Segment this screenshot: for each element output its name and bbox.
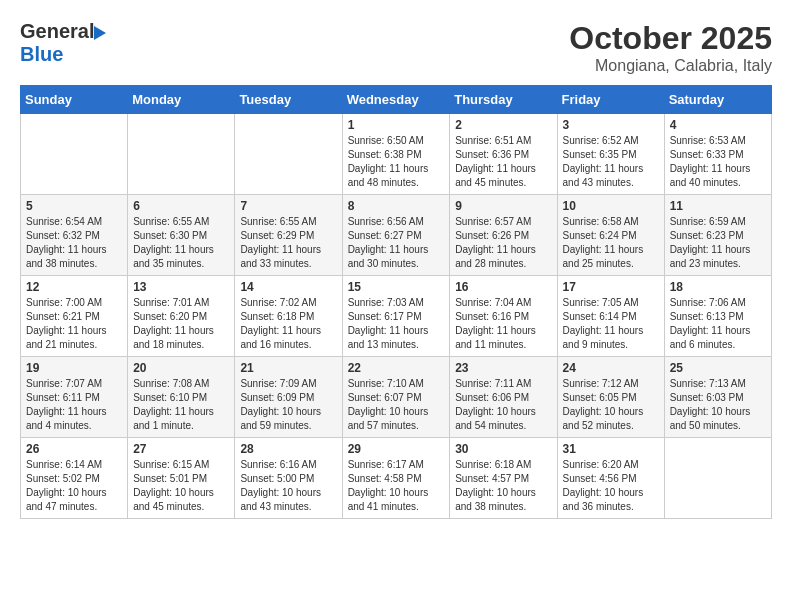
day-header-monday: Monday <box>128 86 235 114</box>
calendar-cell: 14Sunrise: 7:02 AM Sunset: 6:18 PM Dayli… <box>235 276 342 357</box>
calendar-week-row: 12Sunrise: 7:00 AM Sunset: 6:21 PM Dayli… <box>21 276 772 357</box>
logo-blue-text: Blue <box>20 43 63 66</box>
day-number: 14 <box>240 280 336 294</box>
calendar-cell: 27Sunrise: 6:15 AM Sunset: 5:01 PM Dayli… <box>128 438 235 519</box>
calendar-table: SundayMondayTuesdayWednesdayThursdayFrid… <box>20 85 772 519</box>
calendar-cell: 28Sunrise: 6:16 AM Sunset: 5:00 PM Dayli… <box>235 438 342 519</box>
day-info: Sunrise: 6:14 AM Sunset: 5:02 PM Dayligh… <box>26 458 122 514</box>
calendar-cell: 26Sunrise: 6:14 AM Sunset: 5:02 PM Dayli… <box>21 438 128 519</box>
logo: General Blue <box>20 20 106 66</box>
day-number: 12 <box>26 280 122 294</box>
day-info: Sunrise: 7:13 AM Sunset: 6:03 PM Dayligh… <box>670 377 766 433</box>
calendar-cell: 22Sunrise: 7:10 AM Sunset: 6:07 PM Dayli… <box>342 357 450 438</box>
day-number: 4 <box>670 118 766 132</box>
calendar-week-row: 26Sunrise: 6:14 AM Sunset: 5:02 PM Dayli… <box>21 438 772 519</box>
calendar-subtitle: Mongiana, Calabria, Italy <box>569 57 772 75</box>
calendar-cell: 9Sunrise: 6:57 AM Sunset: 6:26 PM Daylig… <box>450 195 557 276</box>
day-info: Sunrise: 7:05 AM Sunset: 6:14 PM Dayligh… <box>563 296 659 352</box>
calendar-cell: 11Sunrise: 6:59 AM Sunset: 6:23 PM Dayli… <box>664 195 771 276</box>
day-header-tuesday: Tuesday <box>235 86 342 114</box>
day-number: 1 <box>348 118 445 132</box>
calendar-week-row: 19Sunrise: 7:07 AM Sunset: 6:11 PM Dayli… <box>21 357 772 438</box>
calendar-title: October 2025 <box>569 20 772 57</box>
calendar-week-row: 5Sunrise: 6:54 AM Sunset: 6:32 PM Daylig… <box>21 195 772 276</box>
day-info: Sunrise: 7:04 AM Sunset: 6:16 PM Dayligh… <box>455 296 551 352</box>
day-info: Sunrise: 7:03 AM Sunset: 6:17 PM Dayligh… <box>348 296 445 352</box>
day-info: Sunrise: 7:12 AM Sunset: 6:05 PM Dayligh… <box>563 377 659 433</box>
day-info: Sunrise: 6:54 AM Sunset: 6:32 PM Dayligh… <box>26 215 122 271</box>
calendar-cell: 20Sunrise: 7:08 AM Sunset: 6:10 PM Dayli… <box>128 357 235 438</box>
day-number: 20 <box>133 361 229 375</box>
calendar-cell: 24Sunrise: 7:12 AM Sunset: 6:05 PM Dayli… <box>557 357 664 438</box>
logo-arrow-icon <box>94 26 106 40</box>
day-info: Sunrise: 6:17 AM Sunset: 4:58 PM Dayligh… <box>348 458 445 514</box>
day-info: Sunrise: 6:15 AM Sunset: 5:01 PM Dayligh… <box>133 458 229 514</box>
day-number: 5 <box>26 199 122 213</box>
day-info: Sunrise: 6:16 AM Sunset: 5:00 PM Dayligh… <box>240 458 336 514</box>
page-header: General Blue October 2025 Mongiana, Cala… <box>20 20 772 75</box>
day-info: Sunrise: 6:55 AM Sunset: 6:29 PM Dayligh… <box>240 215 336 271</box>
day-info: Sunrise: 7:00 AM Sunset: 6:21 PM Dayligh… <box>26 296 122 352</box>
calendar-cell: 31Sunrise: 6:20 AM Sunset: 4:56 PM Dayli… <box>557 438 664 519</box>
day-number: 23 <box>455 361 551 375</box>
day-info: Sunrise: 7:09 AM Sunset: 6:09 PM Dayligh… <box>240 377 336 433</box>
day-info: Sunrise: 7:08 AM Sunset: 6:10 PM Dayligh… <box>133 377 229 433</box>
day-info: Sunrise: 7:06 AM Sunset: 6:13 PM Dayligh… <box>670 296 766 352</box>
calendar-cell: 8Sunrise: 6:56 AM Sunset: 6:27 PM Daylig… <box>342 195 450 276</box>
day-number: 7 <box>240 199 336 213</box>
day-info: Sunrise: 6:56 AM Sunset: 6:27 PM Dayligh… <box>348 215 445 271</box>
calendar-cell: 15Sunrise: 7:03 AM Sunset: 6:17 PM Dayli… <box>342 276 450 357</box>
day-info: Sunrise: 6:55 AM Sunset: 6:30 PM Dayligh… <box>133 215 229 271</box>
calendar-cell: 13Sunrise: 7:01 AM Sunset: 6:20 PM Dayli… <box>128 276 235 357</box>
day-number: 24 <box>563 361 659 375</box>
day-info: Sunrise: 7:01 AM Sunset: 6:20 PM Dayligh… <box>133 296 229 352</box>
calendar-cell <box>128 114 235 195</box>
calendar-cell: 16Sunrise: 7:04 AM Sunset: 6:16 PM Dayli… <box>450 276 557 357</box>
day-number: 6 <box>133 199 229 213</box>
calendar-cell: 18Sunrise: 7:06 AM Sunset: 6:13 PM Dayli… <box>664 276 771 357</box>
day-header-thursday: Thursday <box>450 86 557 114</box>
day-info: Sunrise: 7:02 AM Sunset: 6:18 PM Dayligh… <box>240 296 336 352</box>
calendar-cell: 1Sunrise: 6:50 AM Sunset: 6:38 PM Daylig… <box>342 114 450 195</box>
calendar-cell: 10Sunrise: 6:58 AM Sunset: 6:24 PM Dayli… <box>557 195 664 276</box>
calendar-cell: 6Sunrise: 6:55 AM Sunset: 6:30 PM Daylig… <box>128 195 235 276</box>
calendar-cell: 2Sunrise: 6:51 AM Sunset: 6:36 PM Daylig… <box>450 114 557 195</box>
day-info: Sunrise: 6:18 AM Sunset: 4:57 PM Dayligh… <box>455 458 551 514</box>
day-number: 18 <box>670 280 766 294</box>
day-header-wednesday: Wednesday <box>342 86 450 114</box>
day-number: 31 <box>563 442 659 456</box>
day-number: 3 <box>563 118 659 132</box>
day-number: 27 <box>133 442 229 456</box>
day-number: 16 <box>455 280 551 294</box>
calendar-cell: 21Sunrise: 7:09 AM Sunset: 6:09 PM Dayli… <box>235 357 342 438</box>
day-number: 30 <box>455 442 551 456</box>
day-number: 22 <box>348 361 445 375</box>
day-number: 11 <box>670 199 766 213</box>
logo-general-text: General <box>20 20 94 43</box>
day-number: 19 <box>26 361 122 375</box>
day-number: 21 <box>240 361 336 375</box>
calendar-cell: 7Sunrise: 6:55 AM Sunset: 6:29 PM Daylig… <box>235 195 342 276</box>
day-info: Sunrise: 7:10 AM Sunset: 6:07 PM Dayligh… <box>348 377 445 433</box>
day-header-sunday: Sunday <box>21 86 128 114</box>
calendar-cell: 23Sunrise: 7:11 AM Sunset: 6:06 PM Dayli… <box>450 357 557 438</box>
day-info: Sunrise: 7:07 AM Sunset: 6:11 PM Dayligh… <box>26 377 122 433</box>
day-number: 2 <box>455 118 551 132</box>
day-info: Sunrise: 6:50 AM Sunset: 6:38 PM Dayligh… <box>348 134 445 190</box>
calendar-cell <box>235 114 342 195</box>
day-header-friday: Friday <box>557 86 664 114</box>
day-info: Sunrise: 6:59 AM Sunset: 6:23 PM Dayligh… <box>670 215 766 271</box>
title-block: October 2025 Mongiana, Calabria, Italy <box>569 20 772 75</box>
calendar-cell: 25Sunrise: 7:13 AM Sunset: 6:03 PM Dayli… <box>664 357 771 438</box>
day-info: Sunrise: 6:52 AM Sunset: 6:35 PM Dayligh… <box>563 134 659 190</box>
calendar-week-row: 1Sunrise: 6:50 AM Sunset: 6:38 PM Daylig… <box>21 114 772 195</box>
day-header-saturday: Saturday <box>664 86 771 114</box>
calendar-cell: 19Sunrise: 7:07 AM Sunset: 6:11 PM Dayli… <box>21 357 128 438</box>
day-number: 9 <box>455 199 551 213</box>
calendar-cell <box>664 438 771 519</box>
day-info: Sunrise: 6:53 AM Sunset: 6:33 PM Dayligh… <box>670 134 766 190</box>
day-info: Sunrise: 6:57 AM Sunset: 6:26 PM Dayligh… <box>455 215 551 271</box>
calendar-cell: 17Sunrise: 7:05 AM Sunset: 6:14 PM Dayli… <box>557 276 664 357</box>
calendar-cell: 29Sunrise: 6:17 AM Sunset: 4:58 PM Dayli… <box>342 438 450 519</box>
day-number: 28 <box>240 442 336 456</box>
